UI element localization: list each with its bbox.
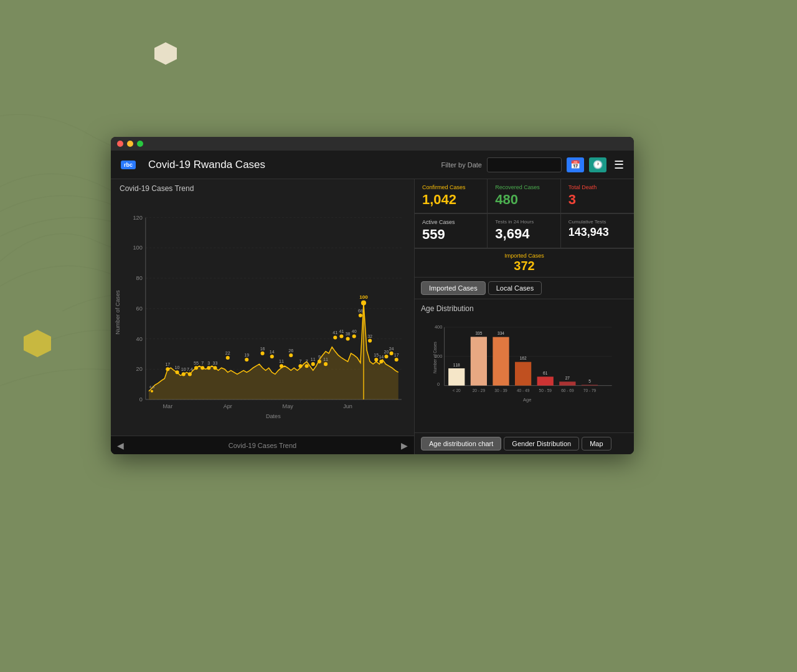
svg-point-34 [207, 366, 210, 370]
svg-text:162: 162 [520, 356, 527, 360]
tests-24h-card: Tests in 24 Hours 3,694 [488, 214, 560, 248]
svg-text:55: 55 [194, 361, 199, 366]
svg-text:7: 7 [201, 361, 204, 366]
svg-text:24: 24 [389, 347, 394, 352]
imported-cases-row: Imported Cases 372 [415, 249, 634, 278]
date-filter-input[interactable] [487, 157, 562, 172]
svg-text:10: 10 [181, 367, 186, 372]
chart-nav: ◀ Covid-19 Cases Trend ▶ [111, 436, 414, 454]
age-bar-30-39 [493, 337, 509, 386]
cumulative-label: Cumulative Tests [568, 219, 626, 225]
svg-point-46 [280, 364, 283, 368]
svg-point-40 [245, 358, 248, 362]
svg-text:33: 33 [213, 361, 218, 366]
calendar-icon-btn[interactable]: 📅 [567, 157, 584, 172]
svg-text:68: 68 [358, 309, 363, 314]
svg-text:0: 0 [139, 396, 143, 403]
svg-text:335: 335 [475, 331, 482, 335]
age-bar-60-69 [559, 381, 575, 385]
hex-decoration-yellow [24, 330, 51, 357]
age-distribution-title: Age Distribution [421, 304, 628, 313]
svg-point-60 [333, 335, 337, 339]
chart-nav-title: Covid-19 Cases Trend [229, 442, 296, 449]
svg-text:40 - 49: 40 - 49 [517, 388, 530, 393]
svg-text:26: 26 [288, 348, 293, 353]
svg-text:7,4: 7,4 [187, 367, 193, 372]
age-distribution-tab[interactable]: Age distribution chart [421, 437, 501, 450]
svg-text:17: 17 [394, 353, 399, 358]
logo: rbc [121, 161, 136, 169]
svg-text:17: 17 [165, 362, 170, 367]
svg-point-71 [361, 301, 366, 306]
svg-text:0: 0 [437, 381, 440, 387]
svg-point-58 [324, 362, 328, 366]
svg-text:7: 7 [299, 359, 301, 364]
svg-text:11: 11 [279, 359, 284, 364]
svg-point-81 [390, 352, 394, 355]
svg-point-68 [359, 314, 362, 317]
close-dot[interactable] [117, 141, 123, 147]
age-bar-20-29 [471, 337, 487, 385]
imported-cases-tab[interactable]: Imported Cases [421, 281, 486, 295]
svg-text:< 20: < 20 [453, 388, 461, 393]
trend-chart-area: 120 100 80 60 40 20 0 Number of Cases Ma… [111, 195, 414, 436]
minimize-dot[interactable] [127, 141, 133, 147]
svg-text:40: 40 [136, 336, 143, 342]
svg-text:15: 15 [374, 353, 379, 358]
stats-grid-top: Confirmed Cases 1,042 Recovered Cases 48… [415, 179, 634, 214]
svg-point-64 [346, 337, 350, 341]
svg-point-32 [200, 366, 204, 370]
recovered-cases-card: Recovered Cases 480 [488, 179, 560, 213]
recovered-value: 480 [495, 192, 552, 208]
dashboard-window: rbc Covid-19 Rwanda Cases Filter by Date… [111, 137, 634, 454]
menu-button[interactable]: ☰ [614, 158, 624, 172]
svg-text:Apr: Apr [224, 403, 232, 409]
age-bar-under20 [448, 368, 465, 386]
map-tab[interactable]: Map [582, 437, 611, 450]
age-bar-70-79 [582, 385, 598, 386]
chart-tab-row: Age distribution chart Gender Distributi… [415, 432, 634, 454]
svg-text:4,5: 4,5 [149, 385, 155, 389]
svg-point-79 [384, 355, 388, 358]
svg-text:41: 41 [332, 330, 337, 335]
svg-text:11: 11 [311, 357, 316, 362]
svg-point-42 [261, 352, 265, 355]
svg-text:Mar: Mar [163, 403, 172, 409]
svg-text:Dates: Dates [266, 413, 281, 419]
svg-point-44 [270, 355, 274, 358]
svg-point-66 [352, 334, 356, 338]
deaths-value: 3 [568, 192, 626, 208]
svg-text:20: 20 [136, 366, 143, 372]
svg-point-50 [298, 364, 302, 368]
gender-distribution-tab[interactable]: Gender Distribution [504, 437, 579, 450]
calendar-icon: 📅 [570, 160, 580, 169]
svg-text:70 - 79: 70 - 79 [583, 388, 597, 393]
filter-label: Filter by Date [441, 161, 482, 169]
svg-point-73 [368, 339, 372, 343]
svg-point-52 [305, 364, 309, 368]
trend-chart-svg: 120 100 80 60 40 20 0 Number of Cases Ma… [111, 195, 408, 436]
svg-point-56 [318, 360, 321, 363]
svg-text:14: 14 [379, 355, 384, 360]
svg-point-24 [176, 370, 179, 374]
svg-text:Number of Cases: Number of Cases [115, 290, 121, 334]
svg-text:30 - 39: 30 - 39 [494, 388, 507, 393]
svg-point-83 [395, 358, 398, 362]
svg-point-36 [213, 366, 217, 370]
local-cases-tab[interactable]: Local Cases [488, 281, 542, 295]
prev-chart-button[interactable]: ◀ [117, 441, 124, 450]
age-distribution-section: Age Distribution 400 200 0 Number of Cas… [415, 299, 634, 432]
age-bar-50-59 [537, 376, 554, 385]
svg-point-77 [379, 360, 383, 363]
maximize-dot[interactable] [137, 141, 143, 147]
svg-text:20: 20 [384, 350, 389, 355]
svg-point-38 [226, 356, 230, 360]
clock-icon-btn[interactable]: 🕐 [589, 157, 606, 172]
right-panel: Confirmed Cases 1,042 Recovered Cases 48… [415, 179, 634, 454]
svg-text:400: 400 [435, 324, 443, 330]
next-chart-button[interactable]: ▶ [401, 441, 408, 450]
svg-text:7: 7 [306, 359, 308, 364]
left-panel: Covid-19 Cases Trend 120 100 80 60 [111, 179, 415, 454]
svg-text:120: 120 [133, 215, 143, 221]
stats-grid-bottom: Active Cases 559 Tests in 24 Hours 3,694… [415, 214, 634, 249]
